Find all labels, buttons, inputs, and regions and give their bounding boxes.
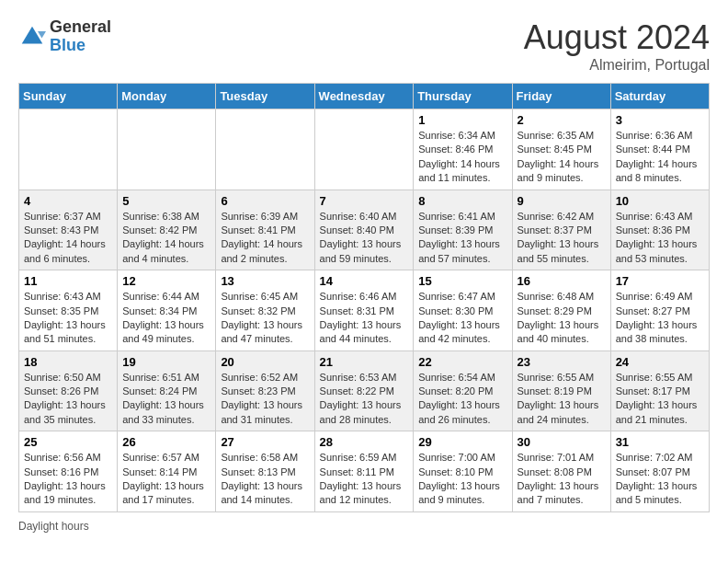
day-number: 6	[221, 194, 309, 208]
calendar-cell: 13Sunrise: 6:45 AM Sunset: 8:32 PM Dayli…	[216, 270, 314, 351]
day-info: Sunrise: 6:55 AM Sunset: 8:17 PM Dayligh…	[616, 371, 704, 428]
calendar-week-row: 25Sunrise: 6:56 AM Sunset: 8:16 PM Dayli…	[19, 431, 710, 512]
calendar-cell: 20Sunrise: 6:52 AM Sunset: 8:23 PM Dayli…	[216, 350, 314, 431]
calendar-cell: 14Sunrise: 6:46 AM Sunset: 8:31 PM Dayli…	[314, 270, 414, 351]
day-info: Sunrise: 6:45 AM Sunset: 8:32 PM Dayligh…	[221, 290, 309, 347]
logo-icon	[18, 23, 46, 51]
day-info: Sunrise: 6:40 AM Sunset: 8:40 PM Dayligh…	[320, 210, 409, 267]
day-info: Sunrise: 6:35 AM Sunset: 8:45 PM Dayligh…	[518, 129, 606, 186]
day-number: 13	[221, 274, 309, 288]
day-info: Sunrise: 7:01 AM Sunset: 8:08 PM Dayligh…	[518, 451, 606, 508]
calendar-cell: 21Sunrise: 6:53 AM Sunset: 8:22 PM Dayli…	[314, 350, 414, 431]
calendar-cell: 26Sunrise: 6:57 AM Sunset: 8:14 PM Dayli…	[118, 431, 216, 512]
day-info: Sunrise: 6:58 AM Sunset: 8:13 PM Dayligh…	[221, 451, 309, 508]
calendar-week-row: 18Sunrise: 6:50 AM Sunset: 8:26 PM Dayli…	[19, 350, 710, 431]
calendar-cell	[19, 109, 118, 190]
day-number: 8	[418, 194, 506, 208]
day-number: 27	[221, 435, 309, 449]
location: Almeirim, Portugal	[524, 57, 710, 74]
logo-blue: Blue	[50, 36, 85, 54]
calendar-cell: 28Sunrise: 6:59 AM Sunset: 8:11 PM Dayli…	[314, 431, 414, 512]
day-info: Sunrise: 6:55 AM Sunset: 8:19 PM Dayligh…	[518, 371, 606, 428]
day-info: Sunrise: 6:41 AM Sunset: 8:39 PM Dayligh…	[418, 210, 506, 267]
calendar-cell: 16Sunrise: 6:48 AM Sunset: 8:29 PM Dayli…	[512, 270, 610, 351]
calendar-week-row: 11Sunrise: 6:43 AM Sunset: 8:35 PM Dayli…	[19, 270, 710, 351]
day-number: 24	[616, 355, 704, 369]
day-number: 17	[616, 274, 704, 288]
calendar-cell: 31Sunrise: 7:02 AM Sunset: 8:07 PM Dayli…	[610, 431, 709, 512]
day-info: Sunrise: 6:56 AM Sunset: 8:16 PM Dayligh…	[24, 451, 112, 508]
title-block: August 2024 Almeirim, Portugal	[524, 18, 710, 74]
day-number: 3	[616, 113, 704, 127]
calendar-cell	[216, 109, 314, 190]
day-number: 15	[418, 274, 506, 288]
day-info: Sunrise: 6:57 AM Sunset: 8:14 PM Dayligh…	[122, 451, 210, 508]
svg-marker-1	[38, 31, 46, 39]
day-info: Sunrise: 6:49 AM Sunset: 8:27 PM Dayligh…	[616, 290, 704, 347]
calendar-cell: 18Sunrise: 6:50 AM Sunset: 8:26 PM Dayli…	[19, 350, 118, 431]
day-info: Sunrise: 6:43 AM Sunset: 8:35 PM Dayligh…	[24, 290, 112, 347]
column-header-sunday: Sunday	[19, 84, 118, 109]
calendar-cell: 9Sunrise: 6:42 AM Sunset: 8:37 PM Daylig…	[512, 190, 610, 270]
day-number: 21	[320, 355, 409, 369]
day-number: 4	[24, 194, 112, 208]
day-number: 26	[122, 435, 210, 449]
day-number: 19	[122, 355, 210, 369]
day-number: 31	[616, 435, 704, 449]
calendar-cell	[314, 109, 414, 190]
day-number: 5	[122, 194, 210, 208]
day-number: 7	[320, 194, 409, 208]
day-number: 12	[122, 274, 210, 288]
calendar-cell: 25Sunrise: 6:56 AM Sunset: 8:16 PM Dayli…	[19, 431, 118, 512]
calendar-cell: 29Sunrise: 7:00 AM Sunset: 8:10 PM Dayli…	[414, 431, 512, 512]
day-number: 16	[518, 274, 606, 288]
calendar-cell: 24Sunrise: 6:55 AM Sunset: 8:17 PM Dayli…	[610, 350, 709, 431]
day-info: Sunrise: 6:54 AM Sunset: 8:20 PM Dayligh…	[418, 371, 506, 428]
calendar-cell: 23Sunrise: 6:55 AM Sunset: 8:19 PM Dayli…	[512, 350, 610, 431]
day-info: Sunrise: 6:39 AM Sunset: 8:41 PM Dayligh…	[221, 210, 309, 267]
logo: General Blue	[18, 18, 111, 55]
day-info: Sunrise: 6:38 AM Sunset: 8:42 PM Dayligh…	[122, 210, 210, 267]
day-info: Sunrise: 6:44 AM Sunset: 8:34 PM Dayligh…	[122, 290, 210, 347]
day-number: 22	[418, 355, 506, 369]
day-info: Sunrise: 6:47 AM Sunset: 8:30 PM Dayligh…	[418, 290, 506, 347]
calendar-cell: 5Sunrise: 6:38 AM Sunset: 8:42 PM Daylig…	[118, 190, 216, 270]
day-number: 2	[518, 113, 606, 127]
day-info: Sunrise: 6:42 AM Sunset: 8:37 PM Dayligh…	[518, 210, 606, 267]
day-info: Sunrise: 6:48 AM Sunset: 8:29 PM Dayligh…	[518, 290, 606, 347]
calendar-week-row: 1Sunrise: 6:34 AM Sunset: 8:46 PM Daylig…	[19, 109, 710, 190]
day-number: 28	[320, 435, 409, 449]
day-number: 18	[24, 355, 112, 369]
day-number: 1	[418, 113, 506, 127]
calendar-cell: 30Sunrise: 7:01 AM Sunset: 8:08 PM Dayli…	[512, 431, 610, 512]
day-number: 10	[616, 194, 704, 208]
footer: Daylight hours	[18, 520, 710, 533]
day-info: Sunrise: 6:46 AM Sunset: 8:31 PM Dayligh…	[320, 290, 409, 347]
calendar-cell: 15Sunrise: 6:47 AM Sunset: 8:30 PM Dayli…	[414, 270, 512, 351]
calendar-cell: 6Sunrise: 6:39 AM Sunset: 8:41 PM Daylig…	[216, 190, 314, 270]
day-info: Sunrise: 6:36 AM Sunset: 8:44 PM Dayligh…	[616, 129, 704, 186]
day-info: Sunrise: 6:37 AM Sunset: 8:43 PM Dayligh…	[24, 210, 112, 267]
calendar-cell: 4Sunrise: 6:37 AM Sunset: 8:43 PM Daylig…	[19, 190, 118, 270]
day-number: 29	[418, 435, 506, 449]
month-year: August 2024	[524, 18, 710, 57]
calendar-cell: 10Sunrise: 6:43 AM Sunset: 8:36 PM Dayli…	[610, 190, 709, 270]
calendar-cell: 12Sunrise: 6:44 AM Sunset: 8:34 PM Dayli…	[118, 270, 216, 351]
svg-marker-0	[22, 27, 43, 44]
day-info: Sunrise: 6:34 AM Sunset: 8:46 PM Dayligh…	[418, 129, 506, 186]
day-info: Sunrise: 6:51 AM Sunset: 8:24 PM Dayligh…	[122, 371, 210, 428]
day-number: 30	[518, 435, 606, 449]
calendar-cell: 2Sunrise: 6:35 AM Sunset: 8:45 PM Daylig…	[512, 109, 610, 190]
calendar-cell: 22Sunrise: 6:54 AM Sunset: 8:20 PM Dayli…	[414, 350, 512, 431]
calendar-cell: 17Sunrise: 6:49 AM Sunset: 8:27 PM Dayli…	[610, 270, 709, 351]
calendar-cell	[118, 109, 216, 190]
column-header-wednesday: Wednesday	[314, 84, 414, 109]
calendar-cell: 3Sunrise: 6:36 AM Sunset: 8:44 PM Daylig…	[610, 109, 709, 190]
calendar-cell: 19Sunrise: 6:51 AM Sunset: 8:24 PM Dayli…	[118, 350, 216, 431]
calendar-cell: 8Sunrise: 6:41 AM Sunset: 8:39 PM Daylig…	[414, 190, 512, 270]
calendar-cell: 7Sunrise: 6:40 AM Sunset: 8:40 PM Daylig…	[314, 190, 414, 270]
calendar-cell: 27Sunrise: 6:58 AM Sunset: 8:13 PM Dayli…	[216, 431, 314, 512]
day-number: 23	[518, 355, 606, 369]
day-info: Sunrise: 6:52 AM Sunset: 8:23 PM Dayligh…	[221, 371, 309, 428]
day-info: Sunrise: 7:00 AM Sunset: 8:10 PM Dayligh…	[418, 451, 506, 508]
